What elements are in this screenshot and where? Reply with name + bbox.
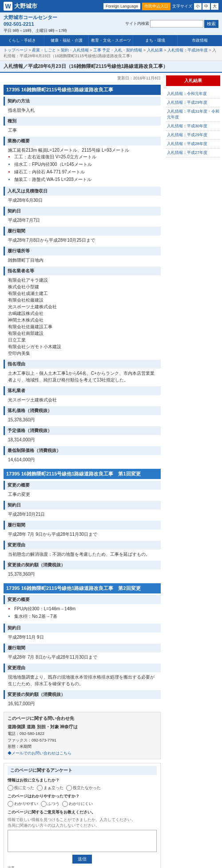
nav-item-3[interactable]: 教育・文化・スポーツ (89, 35, 133, 46)
survey-submit-button[interactable]: 送信 (72, 855, 92, 864)
field-change2-amount: 変更後の契約額（消費税抜） 16,917,000円 (4, 690, 161, 708)
field-label-change1-overview: 変更の概要 (4, 481, 161, 490)
survey-textarea[interactable] (8, 830, 157, 852)
sidebar-link-1[interactable]: 入札情報：令和元年度 (166, 90, 220, 98)
contact-dept: 道路側課 道路 別担・対象 神奈庁は (8, 723, 157, 731)
overview-item-4: 舗装工：路盤式 WA-15 L=203メートル (14, 176, 158, 183)
field-label-change1-date: 契約日 (4, 501, 161, 510)
page-title-bar: 入札情報／平成28年6月23日（16雑飾隈町2115号線他1路線道路改良工事） (0, 61, 222, 73)
field-change2-overview: 変更の概要 FPU内径300：L=146m→148m 集水枡：No.2基→7基 (4, 595, 161, 622)
search-input[interactable] (150, 20, 203, 27)
survey-q2-opt3[interactable]: わかりにくい (62, 801, 93, 807)
survey-q1: 情報はお役に立ちましたか？ (8, 778, 157, 783)
size-label: 文字サイズ (172, 4, 192, 9)
field-value-change2-overview: FPU内径300：L=146m→148m 集水枡：No.2基→7基 (4, 604, 161, 622)
breadcrumb: トップページ > 産業・しごと > 契約・入札情報 > 工事 予定・入札・契約情… (0, 46, 222, 61)
field-value-contract-date: 平成28年7月7日 (4, 216, 161, 225)
field-value-change1-amount: 15,378,360円 (4, 570, 161, 579)
field-label-change2-date: 契約日 (4, 624, 161, 632)
sidebar-link-5[interactable]: 入札情報：平成29年度 (166, 131, 220, 140)
logo-area: W 大野城市 (4, 2, 37, 11)
field-label-contract: 契約の方法 (4, 97, 161, 106)
field-value-min-price: 14,614,000円 (4, 455, 161, 464)
field-value-change2-date: 平成28年11月 9日 (4, 632, 161, 642)
field-location: 履行場所等 雑飾隈町丁目地内 (4, 247, 161, 265)
field-change1-overview: 変更の概要 工事の変更 (4, 481, 161, 499)
sidebar-main-btn[interactable]: 入札結果 (166, 75, 220, 86)
field-value-overview: 施工延長213m 幅員L=120メートル、2115号線 L=93メートル 工工：… (4, 145, 161, 185)
survey-q2: このページはわかりやすかったですか？ (8, 793, 157, 799)
breadcrumb-top[interactable]: トップページ (4, 48, 28, 52)
field-value-winning-price: 15,378,360円 (4, 415, 161, 424)
sidebar-link-7[interactable]: 入札情報：平成27年度 (166, 149, 220, 157)
contact-mail-link[interactable]: ◆メールでのお問い合わせはこちら (8, 751, 71, 755)
overview-item-1: 工工：左右近接復旧 V=25.0立方メートル (14, 153, 158, 160)
breadcrumb-2[interactable]: 産業・しごと (32, 48, 56, 52)
survey-note-top: 情報で欲しい情報を見つけることができましたか。入力してください。 当局に関連のな… (8, 817, 157, 829)
size-small[interactable]: 小 (194, 3, 202, 10)
nav-item-1[interactable]: くらし・手続き (0, 35, 44, 46)
overview-item-3: 縁石工：内径石 A4-771 97メートル (14, 169, 158, 175)
field-label-companies: 指名業者名等 (4, 267, 161, 275)
field-change2-reason: 変更理由 現地地盤調査より、既存の現地後水本管排水格排水処理を搬出する必要が生じ… (4, 664, 161, 688)
field-reason: 指名理由 土木工事以上・個人土木工事1から64名、C+からランク、市内本店営業業… (4, 360, 161, 385)
size-medium[interactable]: 中 (202, 3, 210, 10)
field-value-companies: 有限会社アキラ建設 株式会社小型建 有限会社成瀬土建工 有限会社松藤建設 光スポ… (4, 275, 161, 358)
sidebar-link-3[interactable]: 入札情報：平成31年度・令和元年度 (166, 107, 220, 122)
survey-q1-options: 役に立った まぁ立った 役立たなかった (8, 785, 157, 791)
logo-w: W (4, 2, 12, 11)
nav-item-2[interactable]: 健康・福祉・介護 (44, 35, 89, 46)
content-area: 更新日：2016年11月8日 17395 16雑飾隈町2115号線他1路線道路改… (0, 73, 164, 868)
contact-fax: ファックス：092-573-7791 (8, 737, 157, 743)
field-change1-reason: 変更理由 当初懸念の解消強度：不測の地盤を考慮したため、工事を延ばすもの。 (4, 541, 161, 559)
survey-q2-opt1[interactable]: わかりやすい (8, 801, 38, 807)
contact-phone: 092-501-2211 (4, 21, 34, 27)
field-value-reason: 土木工事以上・個人土木工事1から64名、C+からランク、市内本店営業業者より、地… (4, 369, 161, 385)
survey-q2-opt2[interactable]: ふつう (41, 801, 59, 807)
sidebar-link-6[interactable]: 入札情報：平成28年度 (166, 140, 220, 149)
breadcrumb-6[interactable]: 入札情報：平成28年度 (167, 48, 208, 52)
update-date: 更新日：2016年11月8日 (4, 75, 161, 81)
breadcrumb-3[interactable]: 契約・入札情報 (61, 48, 89, 52)
survey-q1-opt1[interactable]: 役に立った (8, 785, 34, 791)
field-label-min-price: 最低制限価格（消費税抜） (4, 446, 161, 455)
page-title: 入札情報／平成28年6月23日（16雑飾隈町2115号線他1路線道路改良工事） (4, 63, 218, 70)
field-change1-amount: 変更後の契約額（消費税抜） 15,378,360円 (4, 561, 161, 579)
survey-box: このページに関するアンケート 情報はお役に立ちましたか？ 役に立った まぁ立った… (4, 763, 161, 868)
field-period: 履行期間 平成28年7月8日から平成28年10月25日まで (4, 227, 161, 245)
main-section-title: 17395 16雑飾隈町2115号線他1路線道路改良工事 (4, 85, 161, 95)
nav-item-4[interactable]: まち・環境 (133, 35, 178, 46)
sidebar-link-2[interactable]: 入札情報：平成29年度 (166, 98, 220, 107)
field-label-contract-date: 契約日 (4, 207, 161, 216)
search-label: サイト内検索 (125, 21, 149, 27)
member-button[interactable]: 市民申込入口 (142, 3, 170, 10)
header-top-right: Foreign Language 市民申込入口 文字サイズ 小 中 大 (103, 3, 218, 10)
breadcrumb-4[interactable]: 工事 予定・入札・契約情報 (93, 48, 143, 52)
field-value-location: 雑飾隈町丁目地内 (4, 255, 161, 265)
field-winner: 落札業者 光スポーツ土建株式会社 (4, 386, 161, 405)
field-companies: 指名業者名等 有限会社アキラ建設 株式会社小型建 有限会社成瀬土建工 有限会社松… (4, 267, 161, 358)
field-change2-period: 履行期間 平成28年 7月 8日から平成28年11月30日まで (4, 644, 161, 662)
field-value-type: 工事 (4, 126, 161, 135)
field-contract-date: 契約日 平成28年7月7日 (4, 207, 161, 225)
survey-q1-opt2[interactable]: まぁ立った (37, 785, 63, 791)
lang-button[interactable]: Foreign Language (103, 3, 140, 9)
field-winning-price: 落札価格（消費税抜） 15,378,360円 (4, 406, 161, 424)
field-value-change1-overview: 工事の変更 (4, 490, 161, 499)
survey-q1-opt3[interactable]: 役立たなかった (66, 785, 101, 791)
nav-item-5[interactable]: 市政情報 (178, 35, 222, 46)
search-button[interactable]: 検索 (204, 20, 218, 28)
sidebar-link-4[interactable]: 入札情報：平成30年度 (166, 122, 220, 131)
field-value-change2-reason: 現地地盤調査より、既存の現地後水本管排水格排水処理を搬出する必要が生じたため、排… (4, 672, 161, 688)
field-value-change1-date: 平成28年10月21日 (4, 510, 161, 519)
field-label-period: 履行期間 (4, 227, 161, 236)
field-bid-date: 入札又は見積徴収日 平成28年6月30日 (4, 187, 161, 205)
breadcrumb-5[interactable]: 入札結果 (147, 48, 163, 52)
header-search: 大野城市コールセンター 092-501-2211 平日 9時～19時、土曜日 9… (0, 12, 222, 35)
survey-note: 注意 送信後は欄に出た方が入力されたメッセージは関連するほうはないです。メールで… (8, 865, 157, 868)
overview-item-2: 排水工：FPU内径300（L=145メートル (14, 161, 158, 168)
size-large[interactable]: 大 (211, 3, 218, 10)
field-label-change1-period: 履行期間 (4, 521, 161, 530)
contact-form: 形態：米期間 (8, 743, 157, 750)
field-label-overview: 業務の概要 (4, 137, 161, 145)
